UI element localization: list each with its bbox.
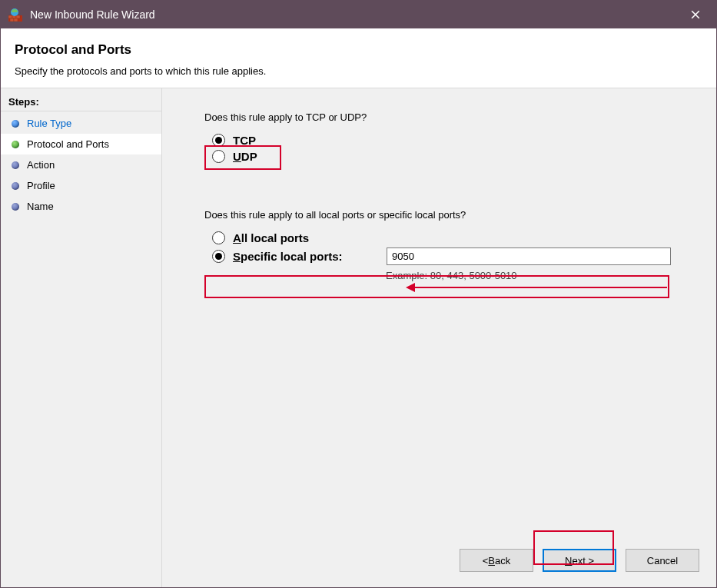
svg-rect-5 — [14, 18, 18, 22]
question-ports: Does this rule apply to all local ports … — [204, 209, 716, 221]
radio-specific-local-ports[interactable]: Specific local ports: — [212, 247, 716, 265]
wizard-window: New Inbound Rule Wizard Protocol and Por… — [0, 0, 717, 588]
svg-rect-3 — [16, 15, 20, 18]
firewall-icon — [8, 8, 22, 22]
wizard-content: Does this rule apply to TCP or UDP? TCP … — [162, 88, 716, 587]
step-label: Action — [27, 159, 55, 171]
ports-example: Example: 80, 443, 5000-5010 — [386, 270, 716, 281]
close-button[interactable] — [678, 1, 713, 28]
bullet-icon — [12, 120, 19, 128]
steps-heading: Steps: — [1, 93, 161, 111]
step-name[interactable]: Name — [1, 196, 161, 217]
step-label: Name — [27, 201, 54, 212]
bullet-icon — [12, 203, 19, 211]
titlebar: New Inbound Rule Wizard — [1, 1, 716, 28]
step-label: Rule Type — [27, 118, 71, 129]
wizard-body: Steps: Rule Type Protocol and Ports Acti… — [1, 88, 716, 587]
annotation-arrow — [413, 287, 667, 288]
wizard-buttons: < Back Next > Cancel — [460, 549, 699, 572]
bullet-icon — [12, 141, 19, 148]
step-profile[interactable]: Profile — [1, 175, 161, 196]
radio-icon — [212, 231, 225, 244]
radio-icon — [212, 250, 225, 263]
radio-icon — [212, 134, 225, 147]
specific-ports-input[interactable] — [387, 247, 671, 265]
step-protocol-and-ports[interactable]: Protocol and Ports — [1, 134, 161, 154]
question-protocol: Does this rule apply to TCP or UDP? — [204, 111, 716, 123]
svg-rect-1 — [8, 15, 12, 18]
next-button[interactable]: Next > — [543, 549, 616, 572]
step-label: Protocol and Ports — [27, 138, 109, 150]
window-title: New Inbound Rule Wizard — [30, 8, 678, 21]
wizard-header: Protocol and Ports Specify the protocols… — [1, 28, 716, 88]
page-subtitle: Specify the protocols and ports to which… — [15, 65, 702, 77]
steps-sidebar: Steps: Rule Type Protocol and Ports Acti… — [1, 88, 162, 587]
bullet-icon — [12, 161, 19, 169]
radio-icon — [212, 150, 225, 163]
step-label: Profile — [27, 180, 55, 191]
radio-udp[interactable]: UDP — [212, 150, 716, 163]
radio-tcp[interactable]: TCP — [212, 134, 716, 147]
back-button[interactable]: < Back — [460, 549, 533, 572]
radio-all-local-ports[interactable]: All local ports — [212, 231, 716, 244]
step-rule-type[interactable]: Rule Type — [1, 113, 161, 134]
page-title: Protocol and Ports — [15, 42, 702, 58]
step-action[interactable]: Action — [1, 154, 161, 175]
svg-rect-4 — [10, 18, 14, 22]
cancel-button[interactable]: Cancel — [626, 549, 699, 572]
bullet-icon — [12, 182, 19, 190]
